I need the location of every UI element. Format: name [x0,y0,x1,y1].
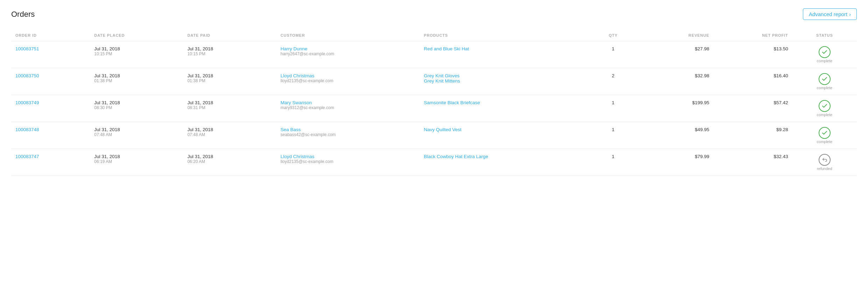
date-placed-primary: Jul 31, 2018 [94,100,179,105]
order-id-cell: 100083748 [11,122,90,149]
date-placed-cell: Jul 31, 201807:48 AM [90,122,183,149]
date-paid-primary: Jul 31, 2018 [187,154,272,159]
status-wrapper: complete [797,46,853,63]
col-header-status: STATUS [792,30,857,41]
customer-cell: Sea Bassseabass42@sc-example.com [276,122,420,149]
customer-cell: Lloyd Christmaslloyd2135@sc-example.com [276,68,420,95]
product-link[interactable]: Navy Quilted Vest [424,127,587,132]
table-header-row: ORDER ID DATE PLACED DATE PAID CUSTOMER … [11,30,857,41]
page-header: Orders Advanced report › [11,8,857,20]
customer-email: lloyd2135@sc-example.com [281,159,415,164]
advanced-report-link[interactable]: Advanced report › [803,8,857,20]
product-link[interactable]: Red and Blue Ski Hat [424,46,587,51]
date-placed-primary: Jul 31, 2018 [94,127,179,132]
date-paid-primary: Jul 31, 2018 [187,100,272,105]
net-profit-cell: $13.50 [713,41,792,68]
status-wrapper: complete [797,73,853,90]
table-row: 100083751Jul 31, 201810:15 PMJul 31, 201… [11,41,857,68]
product-link[interactable]: Samsonite Black Briefcase [424,100,587,105]
col-header-customer: CUSTOMER [276,30,420,41]
date-placed-cell: Jul 31, 201808:30 PM [90,95,183,122]
customer-email: lloyd2135@sc-example.com [281,78,415,83]
status-icon-complete [819,46,831,58]
order-id-link[interactable]: 100083750 [15,73,39,78]
col-header-dateplaced: DATE PLACED [90,30,183,41]
order-id-cell: 100083750 [11,68,90,95]
customer-cell: Mary Swansonmary9312@sc-example.com [276,95,420,122]
date-paid-secondary: 08:31 PM [187,105,272,110]
date-paid-cell: Jul 31, 201807:48 AM [183,122,276,149]
product-link[interactable]: Black Cowboy Hat Extra Large [424,154,587,159]
date-placed-primary: Jul 31, 2018 [94,46,179,51]
date-paid-cell: Jul 31, 201806:20 AM [183,149,276,176]
date-placed-secondary: 08:30 PM [94,105,179,110]
customer-name[interactable]: Lloyd Christmas [281,154,415,159]
status-cell: complete [792,68,857,95]
customer-cell: Lloyd Christmaslloyd2135@sc-example.com [276,149,420,176]
table-row: 100083747Jul 31, 201806:19 AMJul 31, 201… [11,149,857,176]
product-link[interactable]: Grey Knit Gloves [424,73,587,78]
customer-email: harry2647@sc-example.com [281,51,415,56]
revenue-cell: $79.99 [635,149,713,176]
date-paid-secondary: 07:48 AM [187,132,272,137]
date-paid-secondary: 10:15 PM [187,51,272,56]
table-row: 100083750Jul 31, 201801:38 PMJul 31, 201… [11,68,857,95]
status-label: complete [817,140,833,144]
status-icon-complete [819,73,831,85]
col-header-orderid: ORDER ID [11,30,90,41]
date-placed-primary: Jul 31, 2018 [94,154,179,159]
date-placed-primary: Jul 31, 2018 [94,73,179,78]
date-placed-secondary: 06:19 AM [94,159,179,164]
customer-name[interactable]: Sea Bass [281,127,415,132]
products-cell: Black Cowboy Hat Extra Large [420,149,592,176]
order-id-cell: 100083751 [11,41,90,68]
qty-cell: 1 [592,95,635,122]
revenue-cell: $199.95 [635,95,713,122]
customer-name[interactable]: Mary Swanson [281,100,415,105]
revenue-cell: $27.98 [635,41,713,68]
col-header-datepaid: DATE PAID [183,30,276,41]
customer-name[interactable]: Harry Dunne [281,46,415,51]
revenue-cell: $49.95 [635,122,713,149]
order-id-cell: 100083749 [11,95,90,122]
order-id-link[interactable]: 100083751 [15,46,39,51]
customer-email: seabass42@sc-example.com [281,132,415,137]
col-header-products: PRODUCTS [420,30,592,41]
customer-email: mary9312@sc-example.com [281,105,415,110]
order-id-link[interactable]: 100083748 [15,127,39,132]
status-label: complete [817,86,833,90]
status-label: complete [817,59,833,63]
net-profit-cell: $57.42 [713,95,792,122]
date-placed-cell: Jul 31, 201810:15 PM [90,41,183,68]
page-title: Orders [11,10,35,19]
status-wrapper: complete [797,127,853,144]
qty-cell: 1 [592,149,635,176]
status-wrapper: complete [797,100,853,117]
advanced-report-label: Advanced report [809,11,847,17]
products-cell: Samsonite Black Briefcase [420,95,592,122]
date-placed-secondary: 01:38 PM [94,78,179,83]
col-header-revenue: REVENUE [635,30,713,41]
net-profit-cell: $9.28 [713,122,792,149]
status-label: refunded [817,166,832,171]
status-icon-refunded [819,154,831,166]
qty-cell: 1 [592,41,635,68]
status-icon-complete [819,100,831,112]
date-paid-primary: Jul 31, 2018 [187,46,272,51]
customer-name[interactable]: Lloyd Christmas [281,73,415,78]
col-header-qty: QTY [592,30,635,41]
revenue-cell: $32.98 [635,68,713,95]
order-id-link[interactable]: 100083747 [15,154,39,159]
date-paid-primary: Jul 31, 2018 [187,73,272,78]
orders-table: ORDER ID DATE PLACED DATE PAID CUSTOMER … [11,30,857,176]
status-cell: complete [792,41,857,68]
qty-cell: 2 [592,68,635,95]
product-link[interactable]: Grey Knit Mittens [424,78,587,84]
products-cell: Red and Blue Ski Hat [420,41,592,68]
date-placed-secondary: 07:48 AM [94,132,179,137]
date-paid-secondary: 01:38 PM [187,78,272,83]
status-wrapper: refunded [797,154,853,171]
table-row: 100083749Jul 31, 201808:30 PMJul 31, 201… [11,95,857,122]
order-id-link[interactable]: 100083749 [15,100,39,105]
status-cell: refunded [792,149,857,176]
